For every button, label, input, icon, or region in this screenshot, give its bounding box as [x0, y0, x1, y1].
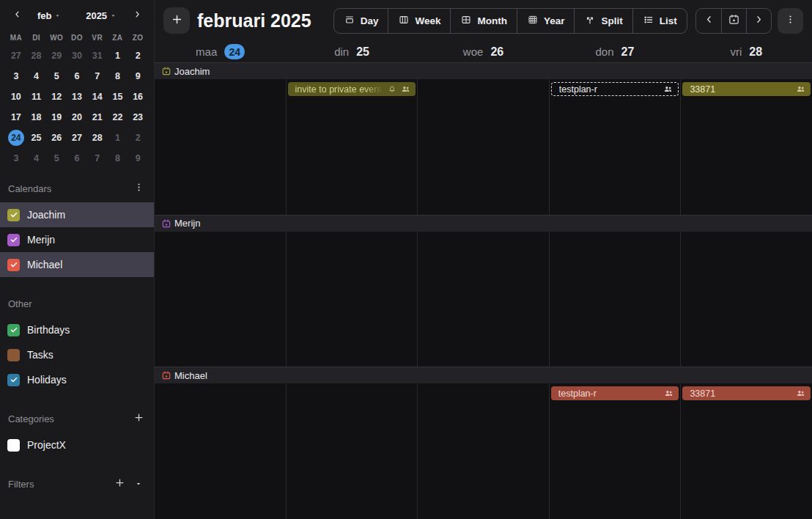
- mini-day-27[interactable]: 27: [67, 128, 87, 148]
- mini-day-24[interactable]: 24: [6, 128, 26, 148]
- mini-day-10[interactable]: 10: [6, 86, 26, 107]
- mini-day-16[interactable]: 16: [128, 86, 148, 107]
- day-cell[interactable]: 33871: [680, 383, 812, 519]
- view-split-button[interactable]: Split: [574, 9, 632, 33]
- event-33871[interactable]: 33871: [682, 386, 811, 400]
- mini-day-30[interactable]: 30: [67, 45, 87, 66]
- sidebar-item-holidays[interactable]: Holidays: [0, 367, 154, 392]
- day-header-woe[interactable]: woe26: [418, 41, 549, 62]
- mini-day-31[interactable]: 31: [87, 45, 108, 66]
- day-cell[interactable]: [680, 232, 812, 367]
- sidebar-item-projectx[interactable]: ProjectX: [0, 432, 154, 457]
- mini-day-8[interactable]: 8: [108, 66, 128, 86]
- mini-day-28[interactable]: 28: [87, 128, 108, 148]
- day-header-maa[interactable]: maa24: [155, 41, 286, 62]
- mini-day-1[interactable]: 1: [108, 128, 128, 148]
- mini-day-8[interactable]: 8: [108, 148, 128, 169]
- sidebar-item-joachim[interactable]: Joachim: [0, 202, 154, 227]
- mini-day-2[interactable]: 2: [128, 45, 148, 66]
- mini-day-1[interactable]: 1: [108, 45, 128, 66]
- event-testplan-r[interactable]: testplan-r: [551, 82, 679, 96]
- day-cell[interactable]: [155, 232, 286, 367]
- mini-day-28[interactable]: 28: [26, 45, 47, 66]
- mini-day-14[interactable]: 14: [87, 86, 108, 107]
- checked-checkbox[interactable]: [7, 374, 20, 386]
- sidebar-item-tasks[interactable]: Tasks: [0, 342, 154, 367]
- month-dropdown[interactable]: feb: [37, 10, 62, 21]
- view-month-button[interactable]: Month: [450, 9, 516, 33]
- mini-day-5[interactable]: 5: [46, 148, 67, 169]
- sidebar-item-michael[interactable]: Michael: [0, 252, 154, 277]
- mini-day-17[interactable]: 17: [6, 107, 26, 128]
- day-header-don[interactable]: don27: [549, 41, 680, 62]
- day-cell[interactable]: [549, 232, 681, 367]
- day-header-din[interactable]: din25: [286, 41, 417, 62]
- day-cell[interactable]: [417, 79, 549, 215]
- mini-day-12[interactable]: 12: [46, 86, 67, 107]
- day-cell[interactable]: [417, 383, 549, 519]
- mini-day-18[interactable]: 18: [26, 107, 47, 128]
- filters-expand-button[interactable]: [132, 477, 145, 490]
- day-header-vri[interactable]: vri28: [681, 41, 812, 62]
- day-cell[interactable]: 33871: [680, 79, 812, 215]
- mini-day-23[interactable]: 23: [128, 107, 148, 128]
- day-cell[interactable]: [286, 383, 418, 519]
- mini-day-27[interactable]: 27: [6, 45, 26, 66]
- day-cell[interactable]: invite to private event: [286, 79, 418, 215]
- day-cell[interactable]: testplan-r: [549, 383, 681, 519]
- mini-day-25[interactable]: 25: [26, 128, 47, 148]
- add-category-button[interactable]: [132, 412, 145, 425]
- mini-day-6[interactable]: 6: [67, 148, 87, 169]
- mini-day-26[interactable]: 26: [46, 128, 67, 148]
- mini-prev-button[interactable]: [9, 7, 25, 23]
- mini-day-15[interactable]: 15: [108, 86, 128, 107]
- event-33871[interactable]: 33871: [682, 82, 811, 96]
- event-testplan-r[interactable]: testplan-r: [551, 386, 679, 400]
- checked-checkbox[interactable]: [7, 259, 20, 271]
- day-cell[interactable]: [155, 383, 286, 519]
- mini-day-3[interactable]: 3: [6, 148, 26, 169]
- unchecked-checkbox[interactable]: [7, 439, 20, 452]
- add-event-button[interactable]: [163, 7, 190, 34]
- year-dropdown[interactable]: 2025: [86, 10, 117, 21]
- mini-day-21[interactable]: 21: [87, 107, 108, 128]
- add-filter-button[interactable]: [113, 477, 126, 490]
- mini-day-5[interactable]: 5: [46, 66, 67, 86]
- today-button[interactable]: [721, 9, 746, 33]
- sidebar-item-merijn[interactable]: Merijn: [0, 227, 154, 252]
- prev-period-button[interactable]: [696, 9, 721, 33]
- sidebar-item-birthdays[interactable]: Birthdays: [0, 317, 154, 342]
- mini-day-3[interactable]: 3: [6, 66, 26, 86]
- mini-day-2[interactable]: 2: [128, 128, 148, 148]
- event-invite-to-private-event[interactable]: invite to private event: [288, 82, 416, 96]
- calendars-menu-button[interactable]: [132, 182, 145, 195]
- view-year-button[interactable]: Year: [517, 9, 575, 33]
- mini-day-22[interactable]: 22: [108, 107, 128, 128]
- view-week-button[interactable]: Week: [388, 9, 450, 33]
- mini-day-9[interactable]: 9: [128, 148, 148, 169]
- view-day-button[interactable]: Day: [334, 9, 388, 33]
- mini-day-7[interactable]: 7: [87, 148, 108, 169]
- checked-checkbox[interactable]: [7, 209, 20, 221]
- more-options-button[interactable]: [778, 8, 803, 34]
- unchecked-checkbox[interactable]: [7, 349, 20, 361]
- mini-day-6[interactable]: 6: [67, 66, 87, 86]
- mini-day-4[interactable]: 4: [26, 66, 47, 86]
- mini-day-20[interactable]: 20: [67, 107, 87, 128]
- day-cell[interactable]: [286, 232, 418, 367]
- mini-day-11[interactable]: 11: [26, 86, 47, 107]
- mini-next-button[interactable]: [129, 7, 145, 23]
- day-cell[interactable]: [155, 79, 286, 215]
- mini-day-19[interactable]: 19: [46, 107, 67, 128]
- mini-day-9[interactable]: 9: [128, 66, 148, 86]
- view-list-button[interactable]: List: [632, 9, 687, 33]
- mini-day-4[interactable]: 4: [26, 148, 47, 169]
- mini-day-7[interactable]: 7: [87, 66, 108, 86]
- next-period-button[interactable]: [746, 9, 771, 33]
- mini-day-13[interactable]: 13: [67, 86, 87, 107]
- checked-checkbox[interactable]: [7, 324, 20, 336]
- day-cell[interactable]: [417, 232, 549, 367]
- mini-day-29[interactable]: 29: [46, 45, 67, 66]
- checked-checkbox[interactable]: [7, 234, 20, 246]
- day-cell[interactable]: testplan-r: [549, 79, 681, 215]
